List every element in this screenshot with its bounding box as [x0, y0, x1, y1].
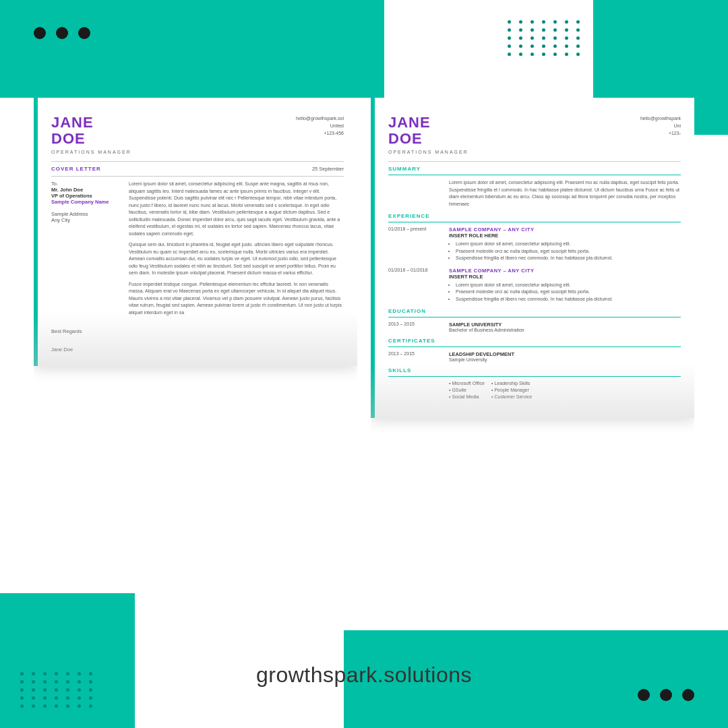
edu1-institution: SAMPLE UNIVERSITY [449, 322, 681, 328]
summary-label: SUMMARY [388, 166, 681, 172]
resume-header: JANE DOE OPERATIONS MANAGER hello@growth… [388, 115, 681, 154]
skill-2: GSuite [449, 388, 489, 392]
body-paragraph-3: Fusce imperdiet tristique congue. Pellen… [129, 281, 344, 317]
cover-letter-content: JANE DOE OPERATIONS MANAGER hello@growth… [34, 98, 357, 366]
circle-2 [56, 27, 68, 39]
resume-email: hello@growthspark [640, 115, 681, 122]
exp2-detail: SAMPLE COMPANY – ANY CITY INSERT ROLE Lo… [449, 268, 681, 303]
exp2-company: SAMPLE COMPANY – ANY CITY [449, 268, 681, 274]
country: United [296, 122, 344, 129]
phone: +123-456 [296, 129, 344, 137]
education-item-1: 2013 – 2015 SAMPLE UNIVERSITY Bachelor o… [388, 322, 681, 332]
summary-divider [388, 175, 681, 175]
recipient-name: Mr. John Doe [51, 187, 119, 193]
recipient-role: VP of Operations [51, 193, 119, 199]
signature: Jane Doe [51, 346, 344, 353]
cert1-detail: LEADSHIP DEVELOPMENT Sample University [449, 351, 681, 362]
decoration-circles-top-left [34, 27, 90, 39]
exp2-bullet-3: Suspendisse fringilla et libero nec comm… [456, 296, 681, 303]
education-section: EDUCATION 2013 – 2015 SAMPLE UNIVERSITY … [388, 308, 681, 332]
cover-letter-panel: JANE DOE OPERATIONS MANAGER hello@growth… [34, 98, 357, 366]
resume-contact-info: hello@growthspark Uni +123- [640, 115, 681, 138]
resume-name-display: JANE DOE [388, 115, 468, 147]
name-line1: JANE [51, 115, 131, 131]
cover-letter-header: JANE DOE OPERATIONS MANAGER hello@growth… [51, 115, 344, 154]
exp2-bullet-2: Praesent molestie orci ac nulla dapibus,… [456, 289, 681, 296]
skills-spacer [388, 381, 442, 399]
resume-phone: +123- [640, 129, 681, 137]
to-label: To. [51, 181, 119, 187]
experience-item-1: 01/2018 – present SAMPLE COMPANY – ANY C… [388, 226, 681, 262]
skills-content: Microsoft Office Leadership Skills GSuit… [388, 381, 681, 399]
dot-grid-bottom-left [20, 672, 96, 708]
section-divider [51, 176, 344, 177]
circle-5 [660, 689, 672, 701]
skill-5: People Manager [491, 388, 532, 392]
edu1-years: 2013 – 2015 [388, 322, 442, 332]
closing-phrase: Best Regards [51, 328, 344, 334]
contact-info: hello@growthspark.sol United +123-456 [296, 115, 344, 138]
experience-item-2: 01/2016 – 01/2018 SAMPLE COMPANY – ANY C… [388, 268, 681, 303]
skills-grid: Microsoft Office Leadership Skills GSuit… [449, 381, 532, 399]
website-url: growthspark.solutions [256, 663, 472, 688]
resume-name-block: JANE DOE OPERATIONS MANAGER [388, 115, 468, 154]
circle-1 [34, 27, 46, 39]
decoration-circles-bottom-right [638, 689, 694, 701]
exp2-bullets: Lorem ipsum dolor sit amet, consectetur … [449, 282, 681, 303]
name-line2: DOE [51, 131, 131, 147]
circle-4 [638, 689, 650, 701]
exp1-dates: 01/2018 – present [388, 226, 442, 262]
education-divider [388, 317, 681, 317]
skills-divider [388, 376, 681, 377]
letter-text: Lorem ipsum dolor sit amet, consectetur … [129, 181, 344, 320]
experience-divider [388, 222, 681, 222]
body-paragraph-2: Quisque sem dui, tincidunt in pharetra i… [129, 241, 344, 277]
resume-document: JANE DOE OPERATIONS MANAGER hello@growth… [371, 98, 694, 630]
certificates-divider [388, 346, 681, 347]
certificates-label: CERTIFICATES [388, 338, 681, 344]
cover-letter-name-block: JANE DOE OPERATIONS MANAGER [51, 115, 131, 154]
left-accent-bar [34, 98, 38, 366]
summary-spacer [388, 179, 442, 208]
cert1-years: 2013 – 2015 [388, 351, 442, 362]
letter-closing: Best Regards Jane Doe [51, 328, 344, 353]
header-divider [51, 161, 344, 162]
resume-content: JANE DOE OPERATIONS MANAGER hello@growth… [371, 98, 694, 418]
company-name: Sample Company Name [51, 199, 119, 205]
summary-text: Lorem ipsum dolor sit amet, consectetur … [449, 179, 681, 208]
skill-4: Leadership Skills [491, 381, 532, 386]
exp2-bullet-1: Lorem ipsum dolor sit amet, consectetur … [456, 282, 681, 289]
cover-letter-document: JANE DOE OPERATIONS MANAGER hello@growth… [34, 98, 357, 630]
recipient-block: To. Mr. John Doe VP of Operations Sample… [51, 181, 119, 320]
experience-label: EXPERIENCE [388, 213, 681, 219]
exp1-bullet-2: Praesent molestie orci ac nulla dapibus,… [456, 248, 681, 255]
exp2-dates: 01/2016 – 01/2018 [388, 268, 442, 303]
main-content: JANE DOE OPERATIONS MANAGER hello@growth… [34, 98, 694, 630]
skills-section: SKILLS Microsoft Office Leadership Skill… [388, 367, 681, 399]
skill-3: Social Media [449, 394, 489, 399]
resume-header-divider [388, 161, 681, 162]
to-block: To. Mr. John Doe VP of Operations Sample… [51, 181, 119, 223]
exp1-bullet-3: Suspendisse fringilla et libero nec comm… [456, 255, 681, 262]
bg-top-left [0, 0, 384, 98]
letter-body: To. Mr. John Doe VP of Operations Sample… [51, 181, 344, 320]
address-line1: Sample Address [51, 211, 119, 217]
dot-grid-top-right [508, 20, 583, 56]
summary-content: Lorem ipsum dolor sit amet, consectetur … [388, 179, 681, 208]
education-label: EDUCATION [388, 308, 681, 314]
cert1-name: LEADSHIP DEVELOPMENT [449, 351, 681, 357]
experience-section: EXPERIENCE 01/2018 – present SAMPLE COMP… [388, 213, 681, 303]
job-title: OPERATIONS MANAGER [51, 150, 131, 154]
exp1-role: INSERT ROLE HERE [449, 233, 681, 239]
resume-name-line2: DOE [388, 131, 468, 147]
exp1-detail: SAMPLE COMPANY – ANY CITY INSERT ROLE HE… [449, 226, 681, 262]
circle-6 [682, 689, 694, 701]
skill-1: Microsoft Office [449, 381, 489, 386]
resume-job-title: OPERATIONS MANAGER [388, 150, 468, 154]
email: hello@growthspark.sol [296, 115, 344, 122]
cert1-institution: Sample University [449, 357, 681, 362]
exp2-role: INSERT ROLE [449, 274, 681, 280]
address-line2: Any City [51, 217, 119, 223]
edu1-degree: Bachelor of Business Administration [449, 328, 681, 332]
letter-date: 25 September [312, 166, 344, 172]
